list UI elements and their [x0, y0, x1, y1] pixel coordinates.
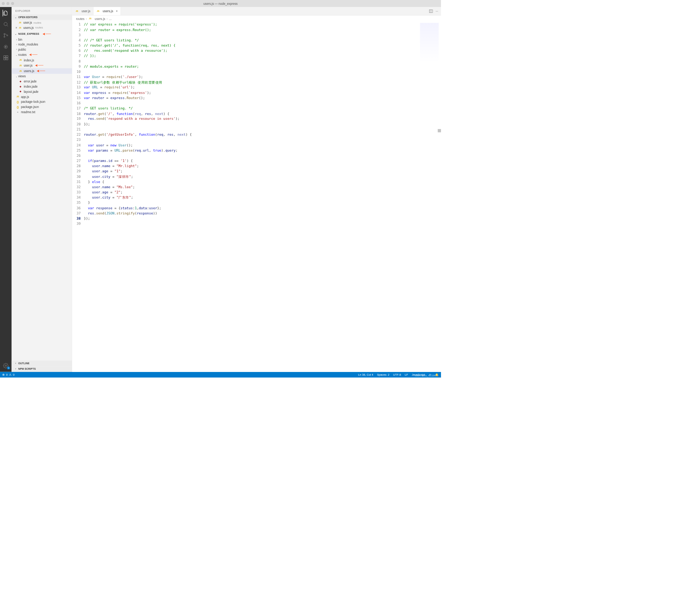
- js-file-icon: JS: [18, 26, 22, 30]
- settings-gear-icon[interactable]: 1: [3, 362, 9, 369]
- more-icon[interactable]: ···: [436, 9, 438, 13]
- chevron-right-icon: ›: [15, 38, 18, 41]
- js-file-icon: JS: [18, 69, 22, 73]
- indent-setting[interactable]: Spaces: 2: [377, 373, 390, 376]
- sidebar-title: EXPLORER: [12, 7, 72, 14]
- annotation-arrow-icon: ◄──: [28, 53, 37, 57]
- encoding[interactable]: UTF-8: [393, 373, 401, 376]
- json-file-icon: {}: [16, 105, 20, 109]
- folder-public[interactable]: ›public: [12, 47, 72, 52]
- errors-icon[interactable]: ⊗: [2, 373, 4, 376]
- split-editor-icon[interactable]: [429, 9, 433, 13]
- file-readme[interactable]: ≡readme.txt: [12, 109, 72, 115]
- svg-point-3: [7, 35, 8, 36]
- open-editors-list: JS user.js routes × JS users.js routes: [12, 20, 72, 30]
- status-bar: ⊗0 ⚠0 Ln 38, Col 4 Spaces: 2 UTF-8 LF Ja…: [0, 372, 441, 377]
- close-icon[interactable]: ×: [14, 26, 18, 29]
- settings-badge: 1: [7, 367, 10, 370]
- code-content[interactable]: // var express = require('express');// v…: [84, 22, 441, 372]
- open-editor-item[interactable]: × JS users.js routes: [12, 25, 72, 30]
- warnings-icon[interactable]: ⚠: [9, 373, 11, 376]
- file-users-js[interactable]: JSusers.js◄──: [12, 68, 72, 74]
- outline-header[interactable]: ›OUTLINE: [12, 361, 72, 366]
- folder-views[interactable]: ⌄views: [12, 74, 72, 79]
- sidebar: EXPLORER ⌄ OPEN EDITORS JS user.js route…: [12, 7, 73, 372]
- tab-actions: ···: [426, 7, 441, 15]
- js-file-icon: JS: [18, 64, 22, 67]
- close-window-icon[interactable]: [2, 2, 5, 5]
- chevron-down-icon: ⌄: [15, 75, 18, 78]
- file-package-json[interactable]: {}package.json: [12, 104, 72, 109]
- js-file-icon: JS: [16, 95, 20, 98]
- chevron-right-icon: ›: [14, 368, 17, 370]
- explorer-icon[interactable]: [3, 10, 9, 16]
- minimize-window-icon[interactable]: [7, 2, 10, 5]
- chevron-down-icon: ⌄: [14, 16, 17, 18]
- search-icon[interactable]: [3, 21, 9, 28]
- line-gutter: 1234567891011121314151617181920212223242…: [72, 22, 84, 372]
- open-editor-item[interactable]: JS user.js routes: [12, 20, 72, 25]
- annotation-arrow-icon: ◄──: [36, 69, 45, 73]
- chevron-right-icon: ›: [15, 43, 18, 46]
- file-app-js[interactable]: JSapp.js: [12, 94, 72, 99]
- tab-user-js[interactable]: JSuser.js: [72, 7, 93, 15]
- window-controls: [2, 2, 14, 5]
- folder-routes[interactable]: ⌄routes◄──: [12, 52, 72, 57]
- close-icon[interactable]: ×: [116, 9, 118, 13]
- jade-file-icon: ◆: [18, 90, 22, 94]
- maximize-window-icon[interactable]: [11, 2, 14, 5]
- code-editor[interactable]: 1234567891011121314151617181920212223242…: [72, 22, 441, 372]
- scrollbar-thumb[interactable]: [438, 129, 441, 132]
- svg-rect-5: [4, 58, 6, 60]
- activity-bar: 1: [0, 7, 12, 372]
- svg-point-8: [5, 365, 7, 366]
- cursor-position[interactable]: Ln 38, Col 4: [358, 373, 373, 376]
- debug-icon[interactable]: [3, 43, 9, 50]
- breadcrumb[interactable]: routes› JSusers.js› ...: [72, 16, 441, 22]
- text-file-icon: ≡: [16, 110, 20, 114]
- js-file-icon: JS: [88, 17, 92, 20]
- annotation-arrow-icon: ◄──: [42, 32, 51, 36]
- chevron-right-icon: ›: [15, 48, 18, 51]
- project-header[interactable]: ⌄ NODE_EXPRESS ◄──: [12, 30, 72, 37]
- chevron-right-icon: ›: [14, 362, 17, 365]
- chevron-down-icon: ⌄: [15, 54, 18, 56]
- watermark: csdn.net/u_4218492: [415, 374, 438, 377]
- svg-point-0: [4, 22, 7, 26]
- file-index-jade[interactable]: ◆index.jade: [12, 84, 72, 89]
- open-editors-header[interactable]: ⌄ OPEN EDITORS: [12, 14, 72, 20]
- minimap[interactable]: [420, 23, 438, 62]
- folder-bin[interactable]: ›bin: [12, 37, 72, 42]
- file-layout-jade[interactable]: ◆layout.jade: [12, 89, 72, 94]
- window-title: users.js — node_express: [203, 2, 238, 5]
- js-file-icon: JS: [96, 9, 100, 13]
- extensions-icon[interactable]: [3, 54, 9, 61]
- js-file-icon: JS: [18, 21, 22, 24]
- file-index-js[interactable]: JSindex.js: [12, 58, 72, 63]
- file-error-jade[interactable]: ◆error.jade: [12, 79, 72, 84]
- editor-area: JSuser.js JSusers.js× ··· routes› JSuser…: [72, 7, 441, 372]
- chevron-down-icon: ⌄: [14, 33, 17, 35]
- jade-file-icon: ◆: [18, 79, 22, 83]
- project-tree: ›bin ›node_modules ›public ⌄routes◄── JS…: [12, 37, 72, 361]
- eol[interactable]: LF: [405, 373, 408, 376]
- json-file-icon: {}: [16, 100, 20, 104]
- npm-scripts-header[interactable]: ›NPM SCRIPTS: [12, 366, 72, 372]
- js-file-icon: JS: [18, 58, 22, 62]
- source-control-icon[interactable]: [3, 32, 9, 39]
- tab-bar: JSuser.js JSusers.js× ···: [72, 7, 441, 16]
- title-bar: users.js — node_express: [0, 0, 441, 7]
- file-user-js[interactable]: JSuser.js◄──: [12, 62, 72, 68]
- annotation-arrow-icon: ◄──: [34, 63, 43, 67]
- tab-users-js[interactable]: JSusers.js×: [93, 7, 121, 15]
- svg-rect-6: [6, 58, 8, 60]
- js-file-icon: JS: [75, 9, 79, 13]
- svg-point-1: [4, 33, 5, 34]
- svg-point-2: [4, 36, 5, 37]
- file-package-lock[interactable]: {}package-lock.json: [12, 99, 72, 104]
- folder-node-modules[interactable]: ›node_modules: [12, 42, 72, 47]
- svg-rect-7: [6, 56, 8, 58]
- jade-file-icon: ◆: [18, 85, 22, 88]
- svg-rect-4: [4, 56, 6, 58]
